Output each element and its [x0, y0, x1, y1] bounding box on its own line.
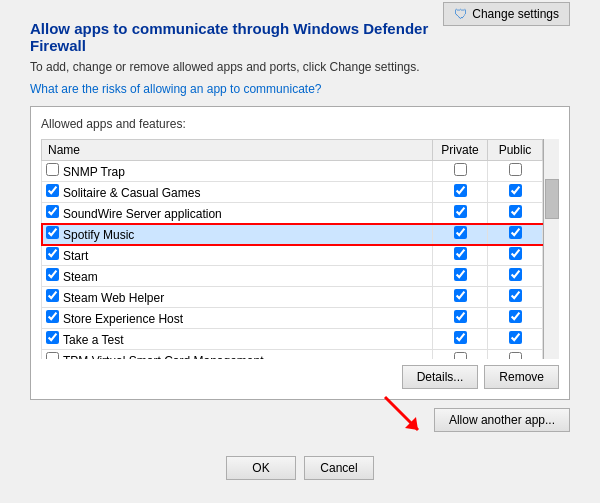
- table-row: Start: [42, 245, 559, 266]
- table-row: Take a Test: [42, 329, 559, 350]
- app-checkbox[interactable]: [46, 205, 59, 218]
- app-private: [433, 287, 488, 308]
- public-checkbox[interactable]: [509, 268, 522, 281]
- cancel-button[interactable]: Cancel: [304, 456, 374, 480]
- table-row: Spotify Music: [42, 224, 559, 245]
- risk-link[interactable]: What are the risks of allowing an app to…: [30, 82, 321, 96]
- col-public: Public: [488, 140, 543, 161]
- app-checkbox[interactable]: [46, 289, 59, 302]
- scrollbar[interactable]: [543, 139, 559, 359]
- public-checkbox[interactable]: [509, 205, 522, 218]
- arrow-indicator: [380, 392, 430, 442]
- private-checkbox[interactable]: [454, 352, 467, 359]
- table-row: Steam: [42, 266, 559, 287]
- table-row: SoundWire Server application: [42, 203, 559, 224]
- app-checkbox[interactable]: [46, 310, 59, 323]
- app-public: [488, 245, 543, 266]
- table-row: TPM Virtual Smart Card Management: [42, 350, 559, 360]
- private-checkbox[interactable]: [454, 289, 467, 302]
- private-checkbox[interactable]: [454, 247, 467, 260]
- shield-icon: 🛡: [454, 6, 468, 22]
- private-checkbox[interactable]: [454, 331, 467, 344]
- app-private: [433, 245, 488, 266]
- private-checkbox[interactable]: [454, 205, 467, 218]
- app-name: SoundWire Server application: [42, 203, 433, 224]
- panel-label: Allowed apps and features:: [41, 117, 559, 131]
- private-checkbox[interactable]: [454, 163, 467, 176]
- app-private: [433, 224, 488, 245]
- private-checkbox[interactable]: [454, 184, 467, 197]
- app-public: [488, 266, 543, 287]
- details-button[interactable]: Details...: [402, 365, 479, 389]
- allowed-apps-panel: Allowed apps and features: Name Private …: [30, 106, 570, 400]
- app-checkbox[interactable]: [46, 352, 59, 359]
- public-checkbox[interactable]: [509, 163, 522, 176]
- table-row: Steam Web Helper: [42, 287, 559, 308]
- app-public: [488, 224, 543, 245]
- app-private: [433, 161, 488, 182]
- app-checkbox[interactable]: [46, 226, 59, 239]
- page-container: 🛡 Change settings Allow apps to communic…: [0, 0, 600, 500]
- app-name: Steam Web Helper: [42, 287, 433, 308]
- app-name: TPM Virtual Smart Card Management: [42, 350, 433, 360]
- app-checkbox[interactable]: [46, 163, 59, 176]
- app-private: [433, 182, 488, 203]
- app-checkbox[interactable]: [46, 184, 59, 197]
- change-settings-button[interactable]: 🛡 Change settings: [443, 2, 570, 26]
- app-private: [433, 308, 488, 329]
- app-checkbox[interactable]: [46, 331, 59, 344]
- app-private: [433, 350, 488, 360]
- app-public: [488, 329, 543, 350]
- app-name: Store Experience Host: [42, 308, 433, 329]
- app-private: [433, 203, 488, 224]
- app-public: [488, 182, 543, 203]
- app-public: [488, 350, 543, 360]
- col-name: Name: [42, 140, 433, 161]
- table-row: Solitaire & Casual Games: [42, 182, 559, 203]
- detail-remove-row: Details... Remove: [41, 365, 559, 389]
- app-public: [488, 308, 543, 329]
- app-private: [433, 329, 488, 350]
- allow-another-button[interactable]: Allow another app...: [434, 408, 570, 432]
- app-public: [488, 287, 543, 308]
- table-row: Store Experience Host: [42, 308, 559, 329]
- apps-table: Name Private Public SNMP TrapSolitaire &…: [41, 139, 559, 359]
- app-public: [488, 161, 543, 182]
- change-settings-label: Change settings: [472, 7, 559, 21]
- scrollbar-thumb[interactable]: [545, 179, 559, 219]
- public-checkbox[interactable]: [509, 247, 522, 260]
- app-name: SNMP Trap: [42, 161, 433, 182]
- public-checkbox[interactable]: [509, 289, 522, 302]
- table-row: SNMP Trap: [42, 161, 559, 182]
- remove-button[interactable]: Remove: [484, 365, 559, 389]
- public-checkbox[interactable]: [509, 352, 522, 359]
- app-name: Steam: [42, 266, 433, 287]
- apps-table-area: Name Private Public SNMP TrapSolitaire &…: [41, 139, 559, 359]
- bottom-buttons: OK Cancel: [30, 456, 570, 480]
- app-name: Solitaire & Casual Games: [42, 182, 433, 203]
- private-checkbox[interactable]: [454, 310, 467, 323]
- app-checkbox[interactable]: [46, 247, 59, 260]
- app-private: [433, 266, 488, 287]
- app-name: Start: [42, 245, 433, 266]
- app-name: Take a Test: [42, 329, 433, 350]
- app-checkbox[interactable]: [46, 268, 59, 281]
- public-checkbox[interactable]: [509, 331, 522, 344]
- col-private: Private: [433, 140, 488, 161]
- page-subtitle: To add, change or remove allowed apps an…: [30, 60, 570, 74]
- public-checkbox[interactable]: [509, 226, 522, 239]
- app-public: [488, 203, 543, 224]
- ok-button[interactable]: OK: [226, 456, 296, 480]
- public-checkbox[interactable]: [509, 310, 522, 323]
- public-checkbox[interactable]: [509, 184, 522, 197]
- private-checkbox[interactable]: [454, 226, 467, 239]
- app-name: Spotify Music: [42, 224, 433, 245]
- allow-another-row: Allow another app...: [30, 408, 570, 432]
- private-checkbox[interactable]: [454, 268, 467, 281]
